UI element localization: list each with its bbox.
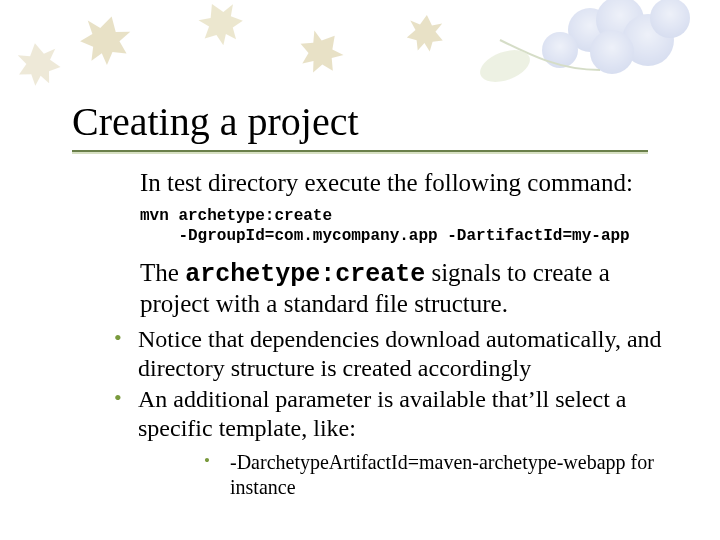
explain-text: The archetype:create signals to create a…	[140, 258, 662, 319]
inline-code: archetype:create	[185, 260, 425, 289]
command-block: mvn archetype:create -DgroupId=com.mycom…	[140, 206, 662, 246]
slide: Creating a project In test directory exe…	[0, 0, 720, 540]
command-line-2: -DgroupId=com.mycompany.app -DartifactId…	[178, 227, 629, 245]
command-line-1: mvn archetype:create	[140, 207, 332, 225]
bullet-list: Notice that dependencies download automa…	[72, 325, 662, 500]
slide-content: Creating a project In test directory exe…	[0, 0, 720, 500]
list-item: Notice that dependencies download automa…	[108, 325, 662, 384]
slide-title: Creating a project	[0, 0, 720, 144]
lead-text: In test directory execute the following …	[140, 168, 662, 198]
list-item: An additional parameter is available tha…	[108, 385, 662, 500]
sub-bullet-list: -DarchetypeArtifactId=maven-archetype-we…	[138, 450, 662, 500]
list-item: -DarchetypeArtifactId=maven-archetype-we…	[194, 450, 662, 500]
slide-body: In test directory execute the following …	[0, 154, 720, 500]
